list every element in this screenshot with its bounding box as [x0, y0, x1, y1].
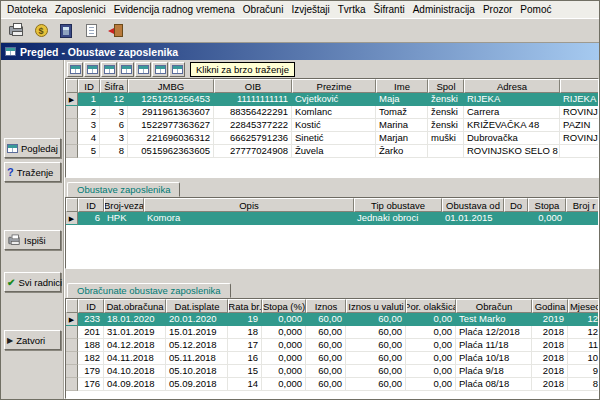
- menu-item[interactable]: Izvještaji: [287, 3, 333, 16]
- column-header[interactable]: Broj-veza: [104, 198, 144, 212]
- grid-tool-button[interactable]: [135, 62, 151, 77]
- table-row[interactable]: 36152297736362722845377222KostićMarinaže…: [66, 119, 598, 132]
- trazenje-button[interactable]: ? Traženje: [4, 162, 61, 182]
- table-cell: 2911961363607: [128, 106, 214, 119]
- column-header[interactable]: Prezime: [292, 79, 376, 93]
- grid-tool-button[interactable]: [101, 62, 117, 77]
- menu-item[interactable]: Šifranti: [370, 3, 409, 16]
- toolbar: $: [1, 19, 599, 43]
- column-header[interactable]: Por. olakšica: [406, 299, 456, 313]
- table-cell: 5: [78, 145, 100, 158]
- exit-button[interactable]: [105, 21, 127, 41]
- grid-tool-button[interactable]: [67, 62, 83, 77]
- column-header[interactable]: Ime: [376, 79, 428, 93]
- money-button[interactable]: $: [30, 21, 52, 41]
- table-row[interactable]: ▶23318.01.202020.01.2020190,00060,0060,0…: [66, 313, 598, 326]
- calculator-button[interactable]: [55, 21, 77, 41]
- table-cell: 60,00: [306, 326, 346, 339]
- table-cell: ROVINJ: [560, 132, 599, 145]
- grid-tool-button[interactable]: [118, 62, 134, 77]
- table-cell: Plaća 08/18: [456, 378, 532, 391]
- table-row[interactable]: 23291196136360788356422291KomlancTomažže…: [66, 106, 598, 119]
- indicator-header: [66, 79, 78, 93]
- column-header[interactable]: ID: [78, 299, 104, 313]
- table-cell: 8: [568, 378, 599, 391]
- table-cell: Maja: [376, 93, 428, 106]
- column-header[interactable]: ID: [78, 79, 100, 93]
- tab-obracunate-obustave[interactable]: Obračunate obustave zaposlenika: [67, 283, 231, 298]
- table-cell: 60,00: [306, 378, 346, 391]
- deductions-grid: IDBroj-vezaOpisTip obustaveObustava odDo…: [65, 197, 599, 269]
- document-icon: [86, 24, 97, 37]
- row-indicator: ▶: [66, 212, 78, 225]
- column-header[interactable]: Iznos: [306, 299, 346, 313]
- grid-tool-button[interactable]: [152, 62, 168, 77]
- window-icon: [5, 47, 16, 56]
- column-header[interactable]: Spol: [428, 79, 464, 93]
- column-header[interactable]: Obustava od: [442, 198, 504, 212]
- pogledaj-button[interactable]: Pogledaj: [4, 138, 61, 158]
- column-header[interactable]: Tip obustave: [354, 198, 442, 212]
- menu-item[interactable]: Evidencija radnog vremena: [110, 3, 239, 16]
- menu-item[interactable]: Datoteka: [3, 3, 51, 16]
- table-cell: ženski: [428, 106, 464, 119]
- table-cell: 0,00: [406, 378, 456, 391]
- table-row[interactable]: 58051596236360527777024908ŽuvelaŽarkoROV…: [66, 145, 598, 158]
- table-row[interactable]: 4322169603631266625791236SinetićMarjanmu…: [66, 132, 598, 145]
- table-cell: 60,00: [346, 352, 406, 365]
- table-cell: 0,000: [262, 378, 306, 391]
- column-header[interactable]: [560, 79, 598, 93]
- column-header[interactable]: Dat.isplate: [166, 299, 228, 313]
- column-header[interactable]: OIB: [214, 79, 292, 93]
- menu-item[interactable]: Administracija: [409, 3, 479, 16]
- question-icon: ?: [7, 166, 14, 178]
- column-header[interactable]: Mjesec: [568, 299, 598, 313]
- grid-tool-button[interactable]: [84, 62, 100, 77]
- column-header[interactable]: Stopa: [528, 198, 566, 212]
- window-titlebar[interactable]: Pregled - Obustave zaposlenika: [1, 43, 599, 60]
- table-row[interactable]: ▶112125125125645311111111111CvjetkovićMa…: [66, 93, 598, 106]
- column-header[interactable]: JMBG: [128, 79, 214, 93]
- column-header[interactable]: Dat.obračuna: [104, 299, 166, 313]
- column-header[interactable]: Šifra: [100, 79, 128, 93]
- column-header[interactable]: Stopa (%): [262, 299, 306, 313]
- report-button[interactable]: [80, 21, 102, 41]
- tab-obustave-zaposlenika[interactable]: Obustave zaposlenika: [67, 182, 180, 197]
- menu-item[interactable]: Tvrtka: [334, 3, 370, 16]
- menu-item[interactable]: Pomoć: [516, 3, 555, 16]
- table-row[interactable]: 18204.11.201805.11.2018160,00060,0060,00…: [66, 352, 598, 365]
- column-header[interactable]: Do: [504, 198, 528, 212]
- menu-item[interactable]: Obračuni: [239, 3, 288, 16]
- row-indicator: [66, 132, 78, 145]
- column-header[interactable]: Iznos u valuti: [346, 299, 406, 313]
- column-header[interactable]: ID: [78, 198, 104, 212]
- grid-tool-button[interactable]: [169, 62, 185, 77]
- table-cell: Plaća 11/18: [456, 339, 532, 352]
- table-cell: 1522977363627: [128, 119, 214, 132]
- column-header[interactable]: Godina: [532, 299, 568, 313]
- column-header[interactable]: Broj r: [566, 198, 598, 212]
- table-cell: 22845377222: [214, 119, 292, 132]
- table-cell: 15.01.2019: [166, 326, 228, 339]
- table-cell: 11: [568, 339, 599, 352]
- column-header[interactable]: Adresa: [464, 79, 560, 93]
- table-row[interactable]: 20131.01.201915.01.2019180,00060,0060,00…: [66, 326, 598, 339]
- column-header[interactable]: Obračun: [456, 299, 532, 313]
- menu-item[interactable]: Zaposlenici: [51, 3, 110, 16]
- print-button[interactable]: [5, 21, 27, 41]
- menu-item[interactable]: Prozor: [479, 3, 516, 16]
- table-row[interactable]: 17904.10.201805.10.2018150,00060,0060,00…: [66, 365, 598, 378]
- table-row[interactable]: ▶6HPKKomoraJednaki obroci01.01.20150,000: [66, 212, 598, 225]
- column-header[interactable]: Rata br.: [228, 299, 262, 313]
- table-cell: 0,000: [262, 339, 306, 352]
- ispisi-button[interactable]: Ispiši: [4, 230, 61, 250]
- table-cell: 6: [100, 119, 128, 132]
- calculated-grid-header: IDDat.obračunaDat.isplateRata br.Stopa (…: [66, 299, 598, 313]
- table-cell: Kostić: [292, 119, 376, 132]
- column-header[interactable]: Opis: [144, 198, 354, 212]
- svi-radnici-button[interactable]: ✔ Svi radnici: [4, 272, 61, 292]
- table-row[interactable]: 18804.12.201805.12.2018170,00060,0060,00…: [66, 339, 598, 352]
- zatvori-button[interactable]: ▶ Zatvori: [4, 330, 61, 350]
- table-cell: 10: [568, 352, 599, 365]
- table-row[interactable]: 17604.09.201805.09.2018140,00060,0060,00…: [66, 378, 598, 391]
